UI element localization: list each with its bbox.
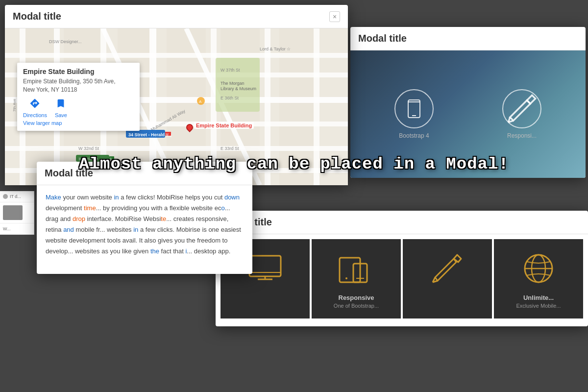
- text-make: Make: [46, 194, 61, 201]
- card-globe-sublabel: Exclusive Mobile...: [516, 303, 561, 309]
- popup-title: Empire State Building: [23, 68, 134, 75]
- svg-rect-50: [408, 100, 420, 118]
- map-pin: Empire State Building: [186, 124, 193, 131]
- modal-bootstrap-title: Modal title: [358, 33, 407, 44]
- svg-rect-6: [279, 28, 318, 185]
- text-i: i: [185, 247, 187, 255]
- modal-text-body: Make your own website in a few clicks! M…: [37, 185, 252, 264]
- pencil-icon-circle: [502, 89, 541, 128]
- save-label: Save: [55, 112, 67, 118]
- text-te: te: [161, 215, 166, 222]
- modal-text-header: Modal title: [37, 162, 252, 185]
- popup-address: Empire State Building, 350 5th Ave,New Y…: [23, 77, 134, 94]
- directions-button[interactable]: Directions: [23, 98, 47, 118]
- view-larger-map-link[interactable]: View larger map: [23, 120, 134, 126]
- map-pin-dot: [185, 122, 195, 132]
- svg-text:A: A: [199, 99, 202, 104]
- modal-map-close[interactable]: ×: [329, 11, 340, 22]
- svg-text:DSW Designer...: DSW Designer...: [49, 39, 82, 44]
- svg-point-62: [345, 277, 347, 279]
- modal-text: Modal title Make your own website in a f…: [37, 162, 252, 274]
- svg-text:E 36th St: E 36th St: [220, 96, 239, 100]
- card-globe-label: Unlimite...: [523, 294, 554, 301]
- svg-rect-19: [314, 28, 319, 185]
- card-responsive-sublabel: One of Bootstrap...: [334, 303, 379, 309]
- phone-icon-circle: [394, 89, 434, 128]
- thumb-text-3: W...: [3, 226, 11, 231]
- text-down: down: [224, 194, 240, 201]
- thumb-item-3: W...: [0, 223, 34, 235]
- directions-icon: [29, 98, 40, 111]
- edit-icon: [428, 249, 467, 288]
- svg-text:B: B: [110, 157, 112, 160]
- thumbnail-strip: IT d... W...: [0, 191, 34, 235]
- thumb-text-1: IT d...: [10, 194, 21, 199]
- svg-text:Library & Museum: Library & Museum: [220, 86, 256, 91]
- modal-map: Modal title ×: [5, 5, 348, 185]
- responsive-icon: [337, 249, 376, 288]
- pencil-icon-container: Responsi...: [502, 89, 541, 139]
- svg-text:34 Street - Herald Sq: 34 Street - Herald Sq: [128, 132, 172, 137]
- modal-map-header: Modal title ×: [5, 5, 348, 28]
- bootstrap-caption: Bootstrap 4: [394, 132, 434, 139]
- bootstrap-caption2: Responsi...: [502, 132, 541, 139]
- thumb-item-1: IT d...: [0, 191, 34, 202]
- map-pin-label: Empire State Building: [194, 122, 254, 129]
- phone-icon-container: Bootstrap 4: [394, 89, 434, 139]
- icon-card-edit: [403, 239, 492, 318]
- bootstrap-image: Bootstrap 4 Responsi...: [350, 50, 586, 178]
- text-drop: drop: [73, 215, 85, 222]
- text-and1: and: [63, 226, 74, 233]
- modal-icons: Modal title Responsive One of Bootstrap.…: [216, 211, 588, 326]
- thumb-image: [3, 205, 23, 220]
- text-time: time: [84, 204, 96, 212]
- directions-label: Directions: [23, 112, 47, 118]
- card-responsive-label: Responsive: [339, 294, 374, 301]
- map-popup: Empire State Building Empire State Build…: [17, 63, 140, 131]
- svg-text:W 32nd St: W 32nd St: [78, 146, 99, 151]
- thumb-dot-1: [3, 194, 8, 199]
- globe-icon: [519, 249, 558, 288]
- icon-card-globe: Unlimite... Exclusive Mobile...: [494, 239, 583, 318]
- thumb-item-2: [0, 202, 34, 223]
- text-the: the: [150, 247, 159, 255]
- pencil-icon: [503, 90, 540, 127]
- modal-bootstrap: Modal title Bootstrap 4 Re: [350, 27, 586, 178]
- svg-text:The Morgan: The Morgan: [220, 81, 245, 86]
- svg-text:Lord & Taylor ☆: Lord & Taylor ☆: [260, 47, 291, 51]
- popup-actions: Directions Save: [23, 98, 134, 118]
- modal-map-title: Modal title: [13, 11, 61, 22]
- icons-grid: Responsive One of Bootstrap... Unlimite.…: [216, 234, 588, 326]
- modal-text-title: Modal title: [45, 168, 93, 179]
- save-icon: [55, 98, 66, 111]
- text-o: o: [221, 204, 224, 212]
- text-in1: in: [114, 194, 119, 201]
- phone-icon: [403, 98, 425, 120]
- svg-text:W 37th St: W 37th St: [220, 68, 240, 73]
- svg-text:M: M: [166, 133, 169, 136]
- modal-bootstrap-header: Modal title: [350, 27, 586, 50]
- svg-rect-18: [265, 28, 270, 185]
- save-button[interactable]: Save: [55, 98, 67, 118]
- svg-text:7th Ave: 7th Ave: [12, 98, 17, 112]
- svg-text:33rd Street: 33rd Street: [78, 157, 98, 161]
- text-in2: in: [133, 226, 138, 233]
- icon-card-responsive: Responsive One of Bootstrap...: [312, 239, 401, 318]
- svg-text:E 33rd St: E 33rd St: [220, 146, 239, 151]
- svg-rect-55: [249, 256, 281, 276]
- modal-icons-header: Modal title: [216, 211, 588, 234]
